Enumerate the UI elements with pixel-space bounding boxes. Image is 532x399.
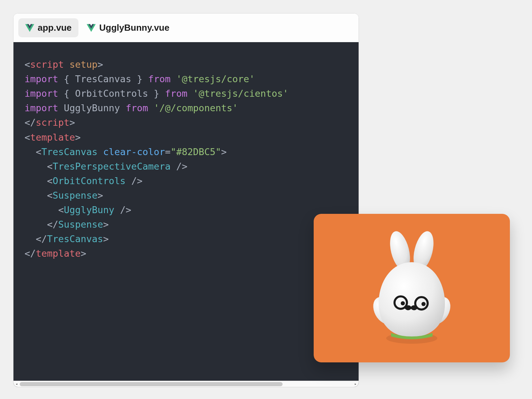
svg-point-7 <box>401 301 405 305</box>
scrollbar-thumb[interactable] <box>20 382 283 386</box>
scroll-left-icon[interactable]: ◂ <box>13 381 20 387</box>
render-preview[interactable] <box>314 214 510 362</box>
tabs-bar: app.vue UgglyBunny.vue <box>13 13 359 37</box>
svg-point-8 <box>421 302 426 306</box>
vue-icon <box>87 24 96 32</box>
code-content: <script setup> import { TresCanvas } fro… <box>13 42 359 387</box>
tab-label: app.vue <box>38 22 72 33</box>
code-editor[interactable]: <script setup> import { TresCanvas } fro… <box>13 42 359 387</box>
bunny-model-icon <box>367 229 457 347</box>
scroll-right-icon[interactable]: ▸ <box>352 381 359 387</box>
horizontal-scrollbar[interactable]: ◂ ▸ <box>13 381 359 387</box>
vue-icon <box>25 24 34 32</box>
tab-app-vue[interactable]: app.vue <box>18 18 78 37</box>
editor-window: app.vue UgglyBunny.vue <script setup> im… <box>13 13 359 387</box>
tab-ugglybunny-vue[interactable]: UgglyBunny.vue <box>80 18 176 37</box>
tab-label: UgglyBunny.vue <box>99 22 169 33</box>
scrollbar-track[interactable] <box>20 381 352 387</box>
